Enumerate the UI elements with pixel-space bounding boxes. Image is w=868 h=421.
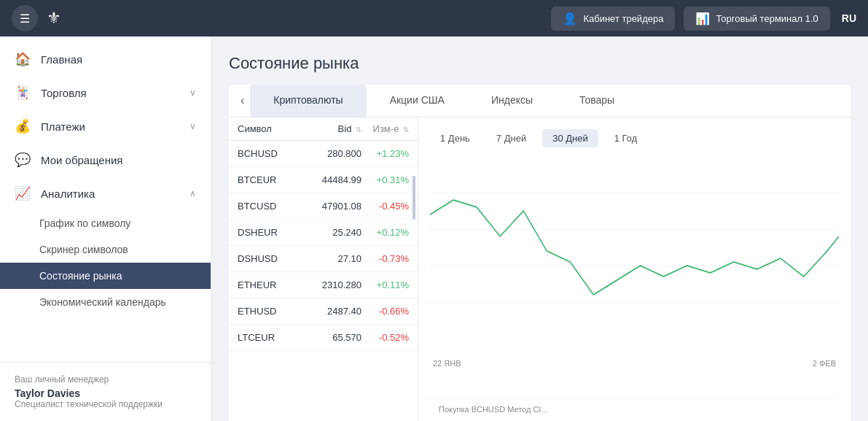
personal-manager: Ваш личный менеджер Taylor Davies Специа… xyxy=(0,362,211,421)
change-cell: -0.52% xyxy=(361,332,409,343)
payments-icon: 💰 xyxy=(15,118,31,134)
tabs-row: ‹ Криптовалюты Акции США Индексы Товары xyxy=(229,85,851,117)
chart-svg xyxy=(430,156,839,353)
change-cell: -0.45% xyxy=(361,201,409,212)
sidebar-item-label: Торговля xyxy=(41,87,189,99)
home-icon: 🏠 xyxy=(15,51,31,67)
table-row[interactable]: BTCEUR 44484.99 +0.31% xyxy=(229,167,418,193)
analytics-icon: 📈 xyxy=(15,185,31,201)
terminal-icon: 📊 xyxy=(695,12,710,26)
main-content: Состояние рынка ‹ Криптовалюты Акции США… xyxy=(211,36,868,421)
symbol-cell: ETHEUR xyxy=(238,279,307,290)
sidebar-item-support[interactable]: 💬 Мои обращения xyxy=(0,143,211,177)
change-cell: +0.31% xyxy=(361,174,409,185)
sidebar-item-label: Аналитика xyxy=(41,188,189,200)
bid-cell: 25.240 xyxy=(307,227,361,238)
sidebar-item-symbol-screener[interactable]: Скринер символов xyxy=(0,236,211,263)
support-icon: 💬 xyxy=(15,152,31,168)
chart-period-controls: 1 День 7 Дней 30 Дней 1 Год xyxy=(430,129,839,147)
manager-role: Специалист технической поддержки xyxy=(15,399,196,409)
table-row[interactable]: BTCUSD 47901.08 -0.45% xyxy=(229,193,418,220)
col-change-header: Изм-е ⇅ xyxy=(361,123,409,134)
trading-icon: 🃏 xyxy=(15,85,31,101)
table-row[interactable]: ETHEUR 2310.280 +0.11% xyxy=(229,272,418,298)
bid-cell: 2310.280 xyxy=(307,279,361,290)
change-cell: -0.73% xyxy=(361,253,409,264)
manager-title: Ваш личный менеджер xyxy=(15,374,196,385)
bid-cell: 2487.40 xyxy=(307,306,361,317)
sidebar-item-analytics[interactable]: 📈 Аналитика ∧ xyxy=(0,177,211,210)
page-title: Состояние рынка xyxy=(229,54,851,73)
symbol-cell: BTCUSD xyxy=(238,201,307,212)
price-chart: 22 ЯНВ 2 ФЕВ xyxy=(430,156,839,398)
symbols-table: Символ Bid ⇅ Изм-е ⇅ BCHUSD 280.800 xyxy=(229,117,418,421)
x-label-jan22: 22 ЯНВ xyxy=(433,359,461,368)
tab-indices[interactable]: Индексы xyxy=(468,85,556,117)
table-row[interactable]: LTCEUR 65.570 -0.52% xyxy=(229,325,418,351)
change-cell: +1.23% xyxy=(361,148,409,159)
chart-area: 1 День 7 Дней 30 Дней 1 Год xyxy=(418,117,851,421)
sidebar-item-label: Мои обращения xyxy=(41,154,196,166)
period-1d-button[interactable]: 1 День xyxy=(430,129,480,147)
menu-icon: ☰ xyxy=(20,12,30,26)
tab-commodities[interactable]: Товары xyxy=(556,85,638,117)
logo-icon: ⚜ xyxy=(47,9,61,27)
chevron-down-icon: ∨ xyxy=(189,121,196,131)
period-1y-button[interactable]: 1 Год xyxy=(604,129,648,147)
manager-name: Taylor Davies xyxy=(15,387,196,399)
sort-icon: ⇅ xyxy=(403,125,409,134)
period-30d-button[interactable]: 30 Дней xyxy=(542,129,598,147)
change-cell: -0.66% xyxy=(361,306,409,317)
sidebar-item-economic-calendar[interactable]: Экономический календарь xyxy=(0,289,211,315)
sidebar-item-chart-by-symbol[interactable]: График по символу xyxy=(0,210,211,236)
sidebar-item-trading[interactable]: 🃏 Торговля ∨ xyxy=(0,76,211,109)
table-row[interactable]: DSHUSD 27.10 -0.73% xyxy=(229,246,418,272)
language-selector[interactable]: RU xyxy=(842,12,856,24)
submenu-label: Экономический календарь xyxy=(39,296,166,308)
symbol-cell: BCHUSD xyxy=(238,148,307,159)
table-row[interactable]: ETHUSD 2487.40 -0.66% xyxy=(229,298,418,325)
bid-cell: 47901.08 xyxy=(307,201,361,212)
sidebar-item-label: Платежи xyxy=(41,120,189,133)
sidebar-item-label: Главная xyxy=(41,53,196,66)
chart-footer: Покупка BCHUSD Метод Cl... xyxy=(430,398,839,420)
tab-us-stocks[interactable]: Акции США xyxy=(367,85,468,117)
tabs-prev-button[interactable]: ‹ xyxy=(235,85,250,116)
analytics-submenu: График по символу Скринер символов Состо… xyxy=(0,210,211,315)
period-7d-button[interactable]: 7 Дней xyxy=(486,129,536,147)
submenu-label: Скринер символов xyxy=(39,244,128,255)
terminal-button[interactable]: 📊 Торговый терминал 1.0 xyxy=(684,7,829,31)
bid-cell: 44484.99 xyxy=(307,174,361,185)
table-header: Символ Bid ⇅ Изм-е ⇅ xyxy=(229,117,418,141)
menu-button[interactable]: ☰ xyxy=(12,5,38,31)
change-cell: +0.11% xyxy=(361,279,409,290)
sidebar-nav: 🏠 Главная 🃏 Торговля ∨ 💰 Платежи ∨ 💬 Мои… xyxy=(0,36,211,362)
scrollbar-thumb[interactable] xyxy=(413,176,415,220)
terminal-label: Торговый терминал 1.0 xyxy=(716,13,818,24)
chart-footer-label: Покупка BCHUSD Метод Cl... xyxy=(439,405,547,414)
content-area: Символ Bid ⇅ Изм-е ⇅ BCHUSD 280.800 xyxy=(229,117,851,421)
sidebar-item-home[interactable]: 🏠 Главная xyxy=(0,42,211,76)
trader-cabinet-label: Кабинет трейдера xyxy=(583,13,663,24)
bid-cell: 65.570 xyxy=(307,332,361,343)
trader-cabinet-button[interactable]: 👤 Кабинет трейдера xyxy=(551,7,675,31)
sidebar: 🏠 Главная 🃏 Торговля ∨ 💰 Платежи ∨ 💬 Мои… xyxy=(0,36,211,421)
symbol-cell: DSHUSD xyxy=(238,253,307,264)
tab-crypto[interactable]: Криптовалюты xyxy=(250,85,366,117)
table-row[interactable]: BCHUSD 280.800 +1.23% xyxy=(229,141,418,167)
change-cell: +0.12% xyxy=(361,227,409,238)
sidebar-item-market-state[interactable]: Состояние рынка xyxy=(0,263,211,289)
table-row[interactable]: DSHEUR 25.240 +0.12% xyxy=(229,220,418,246)
market-panel: ‹ Криптовалюты Акции США Индексы Товары xyxy=(229,85,851,421)
chevron-up-icon: ∧ xyxy=(189,188,196,198)
x-label-feb2: 2 ФЕВ xyxy=(813,359,836,368)
col-symbol-header: Символ xyxy=(238,123,307,134)
app-layout: 🏠 Главная 🃏 Торговля ∨ 💰 Платежи ∨ 💬 Мои… xyxy=(0,36,868,421)
submenu-label: Состояние рынка xyxy=(39,270,122,282)
bid-cell: 27.10 xyxy=(307,253,361,264)
chevron-down-icon: ∨ xyxy=(189,88,196,98)
trader-cabinet-icon: 👤 xyxy=(563,12,577,26)
bid-cell: 280.800 xyxy=(307,148,361,159)
logo: ⚜ xyxy=(47,9,61,28)
sidebar-item-payments[interactable]: 💰 Платежи ∨ xyxy=(0,109,211,143)
